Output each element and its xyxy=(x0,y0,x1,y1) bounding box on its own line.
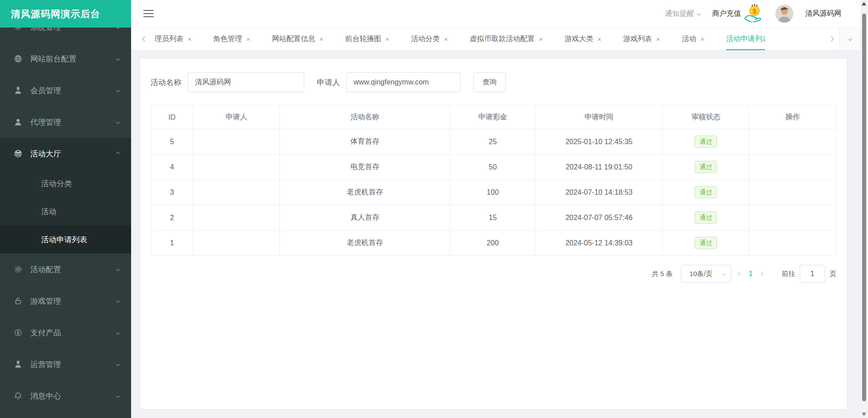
tab-close-icon[interactable]: × xyxy=(246,35,250,43)
username-label[interactable]: 清风源码网 xyxy=(805,9,841,19)
tab-close-icon[interactable]: × xyxy=(320,35,324,43)
next-page-icon[interactable] xyxy=(760,272,763,276)
status-badge: 通过 xyxy=(694,211,717,224)
chevron-down-icon xyxy=(722,272,726,276)
notification-label: 通知提醒 xyxy=(665,9,694,19)
tab-close-icon[interactable]: × xyxy=(598,35,602,43)
tab-label: 活动分类 xyxy=(411,34,440,44)
sidebar-item-2[interactable]: 会员管理 xyxy=(0,75,131,106)
globe-icon xyxy=(14,54,23,63)
chevron-down-icon xyxy=(116,331,120,334)
chevron-down-icon xyxy=(116,299,120,303)
vertical-scrollbar[interactable] xyxy=(860,0,868,418)
cell-id: 5 xyxy=(151,129,193,155)
scroll-up-arrow-icon[interactable] xyxy=(862,2,866,5)
applicant-input[interactable] xyxy=(346,72,461,92)
goto-page-input[interactable] xyxy=(800,265,825,283)
sidebar-item-3[interactable]: 代理管理 xyxy=(0,106,131,138)
scrollbar-thumb[interactable] xyxy=(862,14,866,401)
cell-actions xyxy=(749,155,836,180)
user-avatar[interactable] xyxy=(775,5,793,23)
page-size-select[interactable]: 10条/页 xyxy=(681,265,731,283)
cell-applicant xyxy=(193,230,279,256)
cell-status: 通过 xyxy=(663,129,749,155)
tab-close-icon[interactable]: × xyxy=(656,35,660,43)
tab-label: 虚拟币取款活动配置 xyxy=(470,34,535,44)
sidebar-subitem-4-0[interactable]: 活动分类 xyxy=(0,169,131,197)
tabs-dropdown-button[interactable] xyxy=(840,28,860,50)
status-badge: 通过 xyxy=(694,136,717,148)
tab-1[interactable]: 角色管理× xyxy=(213,28,250,50)
lock-icon xyxy=(14,296,23,305)
tab-3[interactable]: 前台轮播图× xyxy=(345,28,389,50)
cell-time: 2024-08-11 19:01:50 xyxy=(535,155,663,180)
tabs-scroll-right-icon[interactable] xyxy=(829,36,834,41)
app-title: 清风源码网演示后台 xyxy=(11,8,100,20)
tab-5[interactable]: 虚拟币取款活动配置× xyxy=(470,28,543,50)
yen-icon xyxy=(14,328,23,337)
activity-name-input[interactable] xyxy=(188,72,304,92)
tab-8[interactable]: 活动× xyxy=(682,28,704,50)
sidebar-subitem-4-1[interactable]: 活动 xyxy=(0,197,131,225)
sidebar-item-7[interactable]: 支付产品 xyxy=(0,317,131,348)
tab-9[interactable]: 活动申请列表 xyxy=(726,28,765,50)
sidebar-item-1[interactable]: 网站前台配置 xyxy=(0,43,131,75)
tab-close-icon[interactable]: × xyxy=(188,35,192,43)
current-page[interactable]: 1 xyxy=(749,270,753,278)
tab-label: 网站配置信息 xyxy=(272,34,316,44)
cell-actions xyxy=(749,180,836,205)
total-count-label: 共 5 条 xyxy=(651,270,673,278)
cell-applicant xyxy=(193,129,279,155)
cell-activity: 体育首存 xyxy=(280,129,450,155)
cell-applicant xyxy=(193,205,279,230)
tab-4[interactable]: 活动分类× xyxy=(411,28,448,50)
sidebar-item-4[interactable]: 活动大厅 xyxy=(0,138,131,169)
table-body: 5体育首存252025-01-10 12:45:35通过4电竞首存502024-… xyxy=(151,129,836,256)
cell-id: 1 xyxy=(151,230,193,256)
tab-close-icon[interactable]: × xyxy=(700,35,704,43)
query-button[interactable]: 查询 xyxy=(473,72,506,92)
tab-label: 活动 xyxy=(682,34,696,44)
merchant-recharge-button[interactable]: 商户充值 $ xyxy=(712,3,764,24)
cell-time: 2024-05-12 14:39:03 xyxy=(535,230,663,256)
sidebar-item-9[interactable]: 消息中心 xyxy=(0,380,131,412)
sidebar-item-8[interactable]: 运营管理 xyxy=(0,348,131,380)
member-icon xyxy=(14,86,23,95)
tab-6[interactable]: 游戏大类× xyxy=(565,28,602,50)
top-header: 通知提醒 商户充值 $ 清风源码网 xyxy=(131,0,860,28)
recharge-label: 商户充值 xyxy=(712,9,741,19)
notification-dropdown[interactable]: 通知提醒 xyxy=(665,9,700,19)
cell-bonus: 100 xyxy=(450,180,535,205)
scroll-down-arrow-icon[interactable] xyxy=(862,413,866,416)
tab-label: 理员列表 xyxy=(155,34,184,44)
sidebar-item-5[interactable]: 活动配置 xyxy=(0,254,131,285)
column-header: 申请彩金 xyxy=(450,106,535,129)
tab-0[interactable]: 理员列表× xyxy=(155,28,192,50)
status-badge: 通过 xyxy=(694,186,717,198)
sidebar-item-label: 会员管理 xyxy=(30,85,61,96)
column-header: 审核状态 xyxy=(663,106,749,129)
sidebar-item-label: 活动大厅 xyxy=(30,149,61,159)
cell-id: 3 xyxy=(151,180,193,205)
page-unit-label: 页 xyxy=(830,270,836,278)
prev-page-icon[interactable] xyxy=(738,272,742,276)
menu-collapse-icon[interactable] xyxy=(143,8,154,19)
status-badge: 通过 xyxy=(694,161,717,173)
applications-table: ID申请人活动名称申请彩金申请时间审核状态操作 5体育首存252025-01-1… xyxy=(151,105,836,256)
sidebar-item-label: 网站前台配置 xyxy=(30,54,76,64)
sidebar-subitem-4-2[interactable]: 活动申请列表 xyxy=(0,225,131,254)
cell-status: 通过 xyxy=(663,180,749,205)
tabs-scroll-left-icon[interactable] xyxy=(142,36,147,41)
chevron-down-icon xyxy=(848,37,852,41)
column-header: 操作 xyxy=(749,106,836,129)
tab-2[interactable]: 网站配置信息× xyxy=(272,28,324,50)
cell-activity: 真人首存 xyxy=(280,205,450,230)
sidebar-item-label: 消息中心 xyxy=(30,391,61,401)
table-row: 2真人首存152024-07-07 05:57:46通过 xyxy=(151,205,836,230)
tab-close-icon[interactable]: × xyxy=(444,35,448,43)
pagination: 共 5 条 10条/页 1 前往 页 xyxy=(151,265,836,283)
tab-7[interactable]: 游戏列表× xyxy=(623,28,660,50)
tab-close-icon[interactable]: × xyxy=(385,35,389,43)
sidebar-item-6[interactable]: 游戏管理 xyxy=(0,285,131,317)
tab-close-icon[interactable]: × xyxy=(539,35,543,43)
